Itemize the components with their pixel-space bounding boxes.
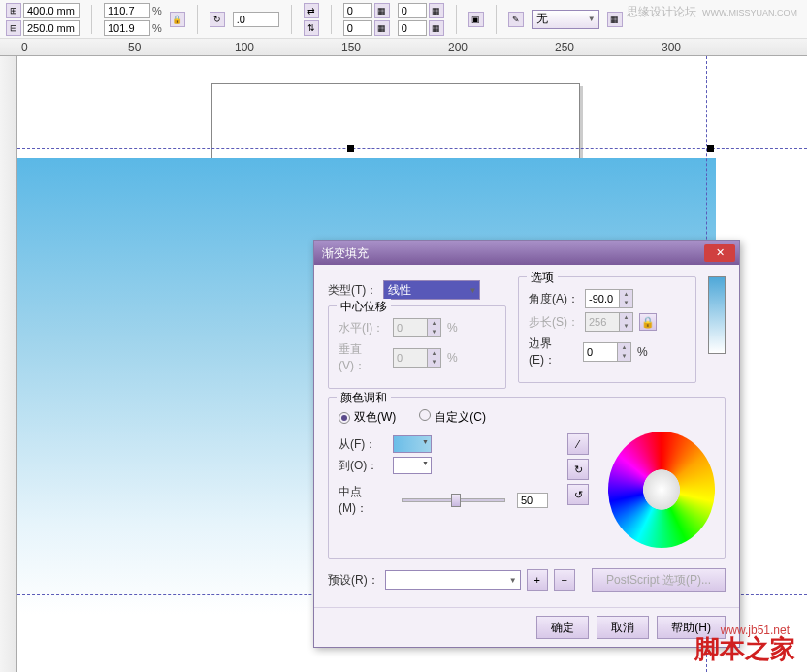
type-label: 类型(T)： bbox=[328, 282, 377, 299]
rotation-input[interactable] bbox=[233, 12, 279, 27]
postscript-button: PostScript 选项(P)... bbox=[592, 568, 726, 592]
dialog-titlebar[interactable]: 渐变填充 ✕ bbox=[314, 241, 739, 265]
two-color-radio[interactable]: 双色(W) bbox=[339, 409, 396, 426]
edge-label: 边界(E)： bbox=[529, 336, 577, 368]
path-direct-icon[interactable]: ∕ bbox=[567, 433, 589, 455]
outline-select[interactable]: 无 bbox=[532, 10, 599, 29]
lock-icon[interactable]: 🔒 bbox=[639, 313, 657, 331]
vert-label: 垂直(V)： bbox=[339, 341, 387, 374]
mid-label: 中点(M)： bbox=[339, 484, 390, 517]
remove-preset-button[interactable]: − bbox=[554, 569, 575, 591]
pen-icon[interactable]: ✎ bbox=[508, 12, 524, 27]
path-ccw-icon[interactable]: ↺ bbox=[567, 484, 589, 505]
scale-y-input[interactable] bbox=[104, 20, 150, 36]
custom-radio[interactable]: 自定义(C) bbox=[419, 409, 486, 426]
x-pos-icon: ⊞ bbox=[6, 3, 21, 18]
color-blend-legend: 颜色调和 bbox=[337, 390, 391, 406]
height-input[interactable] bbox=[23, 20, 80, 36]
midpoint-slider[interactable] bbox=[402, 498, 505, 502]
rotate-icon: ↻ bbox=[210, 12, 225, 27]
path-cw-icon[interactable]: ↻ bbox=[567, 459, 589, 480]
from-label: 从(F)： bbox=[339, 436, 387, 453]
top-watermark: 思缘设计论坛 WWW.MISSYUAN.COM bbox=[627, 4, 797, 20]
midpoint-input[interactable] bbox=[517, 493, 548, 508]
tool-icon[interactable]: ▦ bbox=[607, 12, 623, 27]
horiz-label: 水平(I)： bbox=[339, 320, 387, 336]
selection-handle[interactable] bbox=[707, 145, 714, 152]
from-color[interactable] bbox=[393, 435, 432, 453]
to-label: 到(O)： bbox=[339, 458, 387, 474]
watermark-text: 脚本之家 bbox=[694, 632, 795, 666]
spinner-icon[interactable]: ▦ bbox=[374, 20, 390, 36]
selection-handle[interactable] bbox=[347, 145, 354, 152]
wrap-icon[interactable]: ▣ bbox=[468, 12, 484, 27]
angle-label: 角度(A)： bbox=[529, 291, 579, 307]
scale-x-input[interactable] bbox=[104, 3, 150, 18]
options-legend: 选项 bbox=[527, 270, 558, 286]
spinner-icon[interactable]: ▦ bbox=[374, 3, 390, 18]
spinner-icon[interactable]: ▦ bbox=[429, 3, 444, 18]
gradient-fill-dialog: 渐变填充 ✕ 类型(T)： 线性 中心位移 水平(I)：▲▼% 垂直(V)：▲▼… bbox=[313, 240, 740, 648]
close-button[interactable]: ✕ bbox=[704, 244, 735, 262]
dialog-title-text: 渐变填充 bbox=[322, 245, 369, 262]
vert-spin: ▲▼ bbox=[393, 348, 441, 368]
gradient-preview bbox=[708, 276, 726, 354]
nudge1-input[interactable] bbox=[343, 3, 372, 18]
vertical-ruler bbox=[0, 56, 17, 672]
add-preset-button[interactable]: + bbox=[527, 569, 548, 591]
preset-label: 预设(R)： bbox=[328, 572, 379, 589]
to-color[interactable] bbox=[393, 457, 432, 474]
cancel-button[interactable]: 取消 bbox=[597, 616, 649, 639]
width-input[interactable] bbox=[23, 3, 80, 18]
type-select[interactable]: 线性 bbox=[383, 280, 480, 300]
preset-select[interactable] bbox=[385, 570, 521, 590]
nudge3-input[interactable] bbox=[398, 3, 427, 18]
lock-ratio-icon[interactable]: 🔒 bbox=[170, 12, 185, 27]
horiz-spin: ▲▼ bbox=[393, 318, 441, 337]
spinner-icon[interactable]: ▦ bbox=[429, 20, 444, 36]
guide-line-h[interactable] bbox=[17, 148, 807, 149]
center-offset-legend: 中心位移 bbox=[337, 299, 391, 315]
angle-spin[interactable]: ▲▼ bbox=[585, 289, 633, 308]
step-label: 步长(S)： bbox=[529, 314, 579, 331]
step-spin: ▲▼ bbox=[585, 312, 633, 332]
horizontal-ruler: 0 50 100 150 200 250 300 bbox=[0, 39, 807, 56]
ok-button[interactable]: 确定 bbox=[536, 616, 589, 639]
color-wheel[interactable] bbox=[608, 432, 715, 548]
y-pos-icon: ⊟ bbox=[6, 20, 21, 36]
nudge2-input[interactable] bbox=[343, 20, 372, 36]
mirror-v-icon[interactable]: ⇅ bbox=[304, 20, 319, 36]
edge-spin[interactable]: ▲▼ bbox=[583, 342, 631, 362]
nudge4-input[interactable] bbox=[398, 20, 427, 36]
mirror-h-icon[interactable]: ⇄ bbox=[304, 3, 319, 18]
